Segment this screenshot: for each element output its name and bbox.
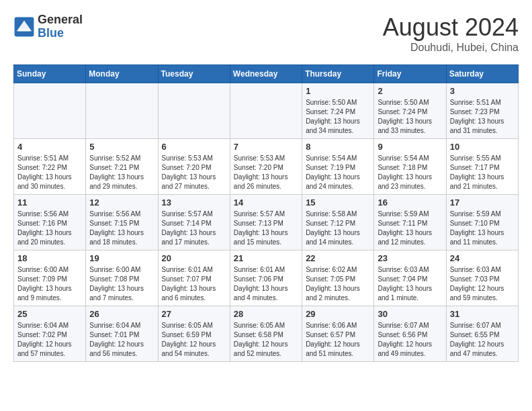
calendar-header: SundayMondayTuesdayWednesdayThursdayFrid…	[14, 65, 519, 83]
day-info: Sunrise: 5:57 AM Sunset: 7:14 PM Dayligh…	[162, 210, 226, 247]
day-cell: 7Sunrise: 5:53 AM Sunset: 7:20 PM Daylig…	[230, 139, 302, 195]
day-number: 10	[450, 142, 515, 152]
day-number: 23	[378, 253, 442, 263]
location: Douhudi, Hubei, China	[383, 42, 519, 54]
day-info: Sunrise: 6:05 AM Sunset: 6:58 PM Dayligh…	[234, 321, 298, 359]
day-info: Sunrise: 6:01 AM Sunset: 7:06 PM Dayligh…	[234, 265, 298, 303]
logo: General Blue	[13, 13, 83, 40]
day-cell: 26Sunrise: 6:04 AM Sunset: 7:01 PM Dayli…	[86, 306, 158, 362]
day-cell: 30Sunrise: 6:07 AM Sunset: 6:56 PM Dayli…	[374, 306, 446, 362]
day-info: Sunrise: 6:03 AM Sunset: 7:03 PM Dayligh…	[450, 265, 515, 303]
day-info: Sunrise: 6:00 AM Sunset: 7:08 PM Dayligh…	[89, 265, 154, 303]
day-cell: 23Sunrise: 6:03 AM Sunset: 7:04 PM Dayli…	[374, 250, 446, 306]
day-info: Sunrise: 5:53 AM Sunset: 7:20 PM Dayligh…	[234, 154, 298, 191]
day-info: Sunrise: 5:50 AM Sunset: 7:24 PM Dayligh…	[378, 98, 442, 136]
weekday-header-friday: Friday	[374, 65, 446, 83]
day-info: Sunrise: 6:04 AM Sunset: 7:01 PM Dayligh…	[89, 321, 154, 359]
day-cell	[86, 83, 158, 139]
day-info: Sunrise: 5:57 AM Sunset: 7:13 PM Dayligh…	[234, 210, 298, 247]
weekday-header-sunday: Sunday	[14, 65, 86, 83]
day-cell: 27Sunrise: 6:05 AM Sunset: 6:59 PM Dayli…	[158, 306, 230, 362]
day-number: 20	[162, 253, 226, 263]
week-row-2: 4Sunrise: 5:51 AM Sunset: 7:22 PM Daylig…	[14, 139, 519, 195]
day-cell: 11Sunrise: 5:56 AM Sunset: 7:16 PM Dayli…	[14, 195, 86, 250]
day-cell: 28Sunrise: 6:05 AM Sunset: 6:58 PM Dayli…	[230, 306, 302, 362]
page-header: General Blue August 2024 Douhudi, Hubei,…	[13, 13, 519, 54]
day-number: 5	[89, 142, 154, 152]
calendar-body: 1Sunrise: 5:50 AM Sunset: 7:24 PM Daylig…	[14, 83, 519, 362]
weekday-row: SundayMondayTuesdayWednesdayThursdayFrid…	[14, 65, 519, 83]
day-cell: 9Sunrise: 5:54 AM Sunset: 7:18 PM Daylig…	[374, 139, 446, 195]
day-number: 2	[378, 86, 442, 96]
day-info: Sunrise: 5:54 AM Sunset: 7:18 PM Dayligh…	[378, 154, 442, 191]
day-number: 16	[378, 197, 442, 208]
day-number: 21	[234, 253, 298, 263]
week-row-4: 18Sunrise: 6:00 AM Sunset: 7:09 PM Dayli…	[14, 250, 519, 306]
day-number: 3	[450, 86, 515, 96]
day-number: 7	[234, 142, 298, 152]
day-number: 12	[89, 197, 154, 208]
day-cell: 3Sunrise: 5:51 AM Sunset: 7:23 PM Daylig…	[446, 83, 518, 139]
day-cell: 8Sunrise: 5:54 AM Sunset: 7:19 PM Daylig…	[302, 139, 374, 195]
day-info: Sunrise: 5:53 AM Sunset: 7:20 PM Dayligh…	[162, 154, 226, 191]
day-number: 31	[450, 309, 515, 319]
day-info: Sunrise: 6:04 AM Sunset: 7:02 PM Dayligh…	[17, 321, 82, 359]
day-cell: 14Sunrise: 5:57 AM Sunset: 7:13 PM Dayli…	[230, 195, 302, 250]
day-info: Sunrise: 5:52 AM Sunset: 7:21 PM Dayligh…	[89, 154, 154, 191]
day-number: 19	[89, 253, 154, 263]
day-cell: 17Sunrise: 5:59 AM Sunset: 7:10 PM Dayli…	[446, 195, 518, 250]
day-cell: 21Sunrise: 6:01 AM Sunset: 7:06 PM Dayli…	[230, 250, 302, 306]
day-cell: 10Sunrise: 5:55 AM Sunset: 7:17 PM Dayli…	[446, 139, 518, 195]
day-info: Sunrise: 5:51 AM Sunset: 7:22 PM Dayligh…	[17, 154, 82, 191]
day-cell: 18Sunrise: 6:00 AM Sunset: 7:09 PM Dayli…	[14, 250, 86, 306]
day-info: Sunrise: 5:58 AM Sunset: 7:12 PM Dayligh…	[306, 210, 370, 247]
weekday-header-thursday: Thursday	[302, 65, 374, 83]
day-number: 29	[306, 309, 370, 319]
day-info: Sunrise: 5:55 AM Sunset: 7:17 PM Dayligh…	[450, 154, 515, 191]
day-cell: 20Sunrise: 6:01 AM Sunset: 7:07 PM Dayli…	[158, 250, 230, 306]
day-info: Sunrise: 6:07 AM Sunset: 6:56 PM Dayligh…	[378, 321, 442, 359]
day-number: 18	[17, 253, 82, 263]
day-number: 28	[234, 309, 298, 319]
day-number: 1	[306, 86, 370, 96]
day-info: Sunrise: 6:01 AM Sunset: 7:07 PM Dayligh…	[162, 265, 226, 303]
day-number: 27	[162, 309, 226, 319]
week-row-5: 25Sunrise: 6:04 AM Sunset: 7:02 PM Dayli…	[14, 306, 519, 362]
day-cell: 4Sunrise: 5:51 AM Sunset: 7:22 PM Daylig…	[14, 139, 86, 195]
day-number: 17	[450, 197, 515, 208]
weekday-header-saturday: Saturday	[446, 65, 518, 83]
title-block: August 2024 Douhudi, Hubei, China	[383, 13, 519, 54]
day-cell	[158, 83, 230, 139]
day-number: 26	[89, 309, 154, 319]
day-cell: 16Sunrise: 5:59 AM Sunset: 7:11 PM Dayli…	[374, 195, 446, 250]
day-info: Sunrise: 6:02 AM Sunset: 7:05 PM Dayligh…	[306, 265, 370, 303]
day-number: 13	[162, 197, 226, 208]
day-info: Sunrise: 5:54 AM Sunset: 7:19 PM Dayligh…	[306, 154, 370, 191]
day-cell: 5Sunrise: 5:52 AM Sunset: 7:21 PM Daylig…	[86, 139, 158, 195]
day-cell: 31Sunrise: 6:07 AM Sunset: 6:55 PM Dayli…	[446, 306, 518, 362]
day-number: 30	[378, 309, 442, 319]
day-cell: 1Sunrise: 5:50 AM Sunset: 7:24 PM Daylig…	[302, 83, 374, 139]
day-cell: 6Sunrise: 5:53 AM Sunset: 7:20 PM Daylig…	[158, 139, 230, 195]
day-cell	[230, 83, 302, 139]
day-number: 6	[162, 142, 226, 152]
weekday-header-tuesday: Tuesday	[158, 65, 230, 83]
day-number: 8	[306, 142, 370, 152]
day-cell: 19Sunrise: 6:00 AM Sunset: 7:08 PM Dayli…	[86, 250, 158, 306]
month-title: August 2024	[383, 13, 519, 42]
week-row-1: 1Sunrise: 5:50 AM Sunset: 7:24 PM Daylig…	[14, 83, 519, 139]
calendar: SundayMondayTuesdayWednesdayThursdayFrid…	[13, 64, 519, 362]
day-number: 15	[306, 197, 370, 208]
day-info: Sunrise: 5:59 AM Sunset: 7:11 PM Dayligh…	[378, 210, 442, 247]
day-info: Sunrise: 6:05 AM Sunset: 6:59 PM Dayligh…	[162, 321, 226, 359]
day-info: Sunrise: 6:03 AM Sunset: 7:04 PM Dayligh…	[378, 265, 442, 303]
logo-icon	[13, 16, 35, 38]
day-info: Sunrise: 5:56 AM Sunset: 7:16 PM Dayligh…	[17, 210, 82, 247]
day-number: 22	[306, 253, 370, 263]
day-cell: 12Sunrise: 5:56 AM Sunset: 7:15 PM Dayli…	[86, 195, 158, 250]
day-info: Sunrise: 6:00 AM Sunset: 7:09 PM Dayligh…	[17, 265, 82, 303]
day-cell: 29Sunrise: 6:06 AM Sunset: 6:57 PM Dayli…	[302, 306, 374, 362]
day-number: 24	[450, 253, 515, 263]
weekday-header-monday: Monday	[86, 65, 158, 83]
day-info: Sunrise: 5:51 AM Sunset: 7:23 PM Dayligh…	[450, 98, 515, 136]
